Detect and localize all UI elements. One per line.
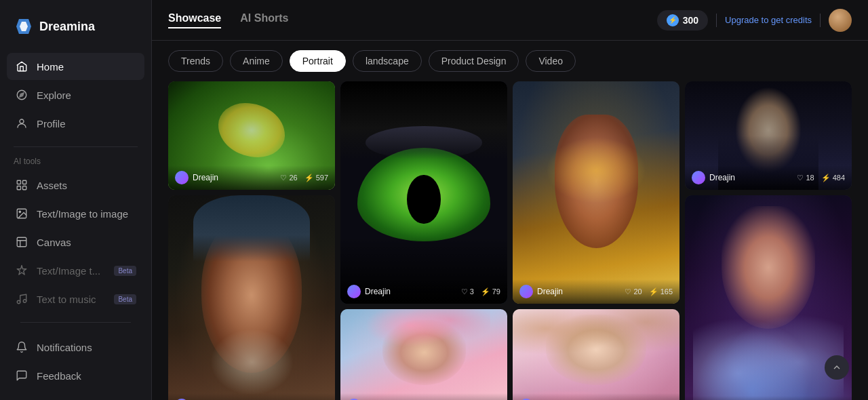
- card-overlay-eye: Dreajin ♡ 3 ⚡ 79: [340, 279, 507, 304]
- card-user-woman-gold: Dreajin: [519, 285, 563, 298]
- card-stats-eye: ♡ 3 ⚡ 79: [461, 287, 500, 296]
- nav-divider: [14, 146, 138, 147]
- topbar-divider-2: [820, 14, 821, 27]
- layout-icon: [15, 235, 28, 249]
- sidebar-item-assets[interactable]: Assets: [7, 172, 144, 199]
- gallery-card-woman-dress[interactable]: Dreajin ♡ 18 ⚡ 484: [685, 81, 852, 190]
- compass-icon: [15, 88, 28, 102]
- card-likes-eye: ♡ 3: [461, 287, 474, 296]
- heart-icon-eye: ♡: [461, 287, 468, 296]
- sidebar-item-canvas[interactable]: Canvas: [7, 228, 144, 256]
- sidebar-item-text-image-2[interactable]: Text/Image t... Beta: [7, 257, 144, 284]
- heart-icon-gold: ♡: [625, 287, 631, 296]
- gallery-card-old-man[interactable]: Dreajin ♡ 12 ⚡ 428: [168, 195, 335, 400]
- main-content: Showcase AI Shorts ⚡ 300 Upgrade to get …: [152, 0, 868, 400]
- card-likes-val-gold: 20: [633, 287, 642, 296]
- beta-badge-1: Beta: [114, 266, 136, 276]
- svg-point-4: [20, 119, 24, 123]
- svg-point-10: [19, 211, 20, 212]
- gallery-card-woman-gold[interactable]: Dreajin ♡ 20 ⚡ 165: [513, 81, 679, 304]
- scroll-top-button[interactable]: [825, 355, 849, 380]
- card-username-dress: Dreajin: [709, 173, 735, 182]
- credits-value: 300: [683, 15, 698, 26]
- sidebar-item-explore[interactable]: Explore: [7, 81, 144, 108]
- sidebar-item-text-image-label: Text/Image to image: [37, 208, 128, 220]
- tab-showcase[interactable]: Showcase: [168, 12, 221, 28]
- card-boosts-flowers: ⚡ 597: [304, 174, 328, 182]
- upgrade-button[interactable]: Upgrade to get credits: [725, 15, 812, 25]
- svg-rect-8: [23, 186, 26, 190]
- filter-landscape[interactable]: landscape: [353, 50, 422, 72]
- sidebar-item-profile[interactable]: Profile: [7, 110, 144, 137]
- avatar-image: [829, 9, 852, 32]
- bolt-icon-dress: ⚡: [821, 174, 831, 182]
- card-username-eye: Dreajin: [365, 287, 391, 296]
- main-nav: Home Explore Profile: [0, 53, 151, 137]
- filter-bar: Trends Anime Portrait landscape Product …: [152, 41, 868, 81]
- gallery-card-girl-flowers[interactable]: Dreajin: [340, 309, 507, 400]
- heart-icon-dress: ♡: [797, 174, 804, 182]
- svg-rect-6: [23, 180, 26, 184]
- sidebar-item-text-music-label: Text to music: [37, 294, 96, 305]
- sidebar-item-explore-label: Explore: [37, 89, 71, 101]
- card-likes-val-dress: 18: [806, 174, 814, 182]
- card-overlay-woman-flowers: jan ✦ zoe ♡ 14 ⚡ 330: [685, 396, 852, 400]
- card-overlay-dress: Dreajin ♡ 18 ⚡ 484: [685, 165, 852, 190]
- sidebar-item-canvas-label: Canvas: [37, 237, 71, 248]
- card-user-dress: Dreajin: [692, 171, 735, 184]
- bolt-icon-eye: ⚡: [481, 287, 490, 296]
- credits-icon: ⚡: [667, 14, 679, 26]
- card-likes-dress: ♡ 18: [797, 174, 814, 182]
- card-boosts-val-eye: 79: [492, 287, 500, 296]
- card-user-eye: Dreajin: [347, 285, 391, 298]
- filter-trends[interactable]: Trends: [168, 50, 223, 72]
- gallery-card-flowers[interactable]: Dreajin ♡ 26 ⚡ 597: [168, 81, 335, 190]
- card-boosts-val-dress: 484: [833, 174, 845, 182]
- topbar: Showcase AI Shorts ⚡ 300 Upgrade to get …: [152, 0, 868, 41]
- svg-rect-5: [17, 180, 20, 184]
- tab-ai-shorts[interactable]: AI Shorts: [240, 12, 288, 28]
- card-username-flowers: Dreajin: [193, 173, 218, 182]
- svg-point-13: [23, 300, 26, 303]
- user-avatar[interactable]: [829, 9, 852, 32]
- card-user-flowers: Dreajin: [175, 171, 218, 184]
- sidebar-item-text-image[interactable]: Text/Image to image: [7, 200, 144, 227]
- topbar-tabs: Showcase AI Shorts: [168, 12, 288, 28]
- bolt-icon: ⚡: [304, 174, 314, 182]
- card-avatar-dress: [692, 171, 705, 184]
- sidebar-item-feedback[interactable]: Feedback: [7, 362, 144, 389]
- music-icon: [15, 292, 28, 306]
- card-stats-woman-gold: ♡ 20 ⚡ 165: [625, 287, 673, 296]
- sidebar-item-assets-label: Assets: [37, 180, 67, 191]
- card-stats-dress: ♡ 18 ⚡ 484: [797, 174, 845, 182]
- sidebar-item-text-image-2-label: Text/Image t...: [37, 265, 100, 277]
- card-boosts-val-flowers: 597: [316, 174, 328, 182]
- user-icon: [15, 117, 28, 130]
- logo-icon: [14, 16, 34, 37]
- logo[interactable]: Dreamina: [0, 11, 151, 53]
- topbar-divider: [716, 14, 717, 27]
- card-overlay-old-man: Dreajin ♡ 12 ⚡ 428: [168, 393, 335, 400]
- bottom-divider: [20, 322, 131, 323]
- card-likes-flowers: ♡ 26: [280, 174, 297, 182]
- gallery-card-woman-curly[interactable]: Dreajin ♡ 13: [513, 309, 679, 400]
- bell-icon: [15, 340, 28, 354]
- svg-rect-11: [17, 237, 26, 247]
- sidebar-bottom: Notifications Feedback: [0, 313, 151, 389]
- filter-product-design[interactable]: Product Design: [429, 50, 519, 72]
- filter-anime[interactable]: Anime: [230, 50, 283, 72]
- topbar-right: ⚡ 300 Upgrade to get credits: [657, 9, 852, 32]
- card-likes-woman-gold: ♡ 20: [625, 287, 642, 296]
- credits-button[interactable]: ⚡ 300: [657, 10, 708, 31]
- card-boosts-dress: ⚡ 484: [821, 174, 845, 182]
- filter-video[interactable]: Video: [526, 50, 576, 72]
- card-overlay-woman-curly: Dreajin ♡ 13: [513, 393, 679, 400]
- filter-portrait[interactable]: Portrait: [290, 50, 346, 72]
- gallery-card-eye[interactable]: Dreajin ♡ 3 ⚡ 79: [340, 81, 507, 304]
- sidebar-item-text-music[interactable]: Text to music Beta: [7, 285, 144, 313]
- bolt-icon-gold: ⚡: [649, 287, 658, 296]
- sidebar-item-home[interactable]: Home: [7, 53, 144, 80]
- svg-marker-3: [20, 93, 24, 97]
- sidebar-item-notifications[interactable]: Notifications: [7, 334, 144, 361]
- card-overlay-girl-flowers: Dreajin: [340, 393, 507, 400]
